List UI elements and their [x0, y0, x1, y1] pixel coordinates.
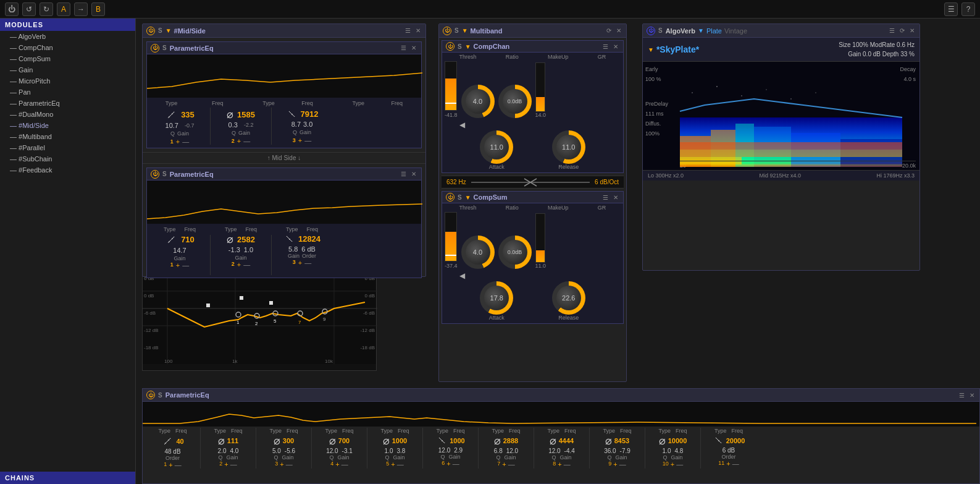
algoverb-triangle-btn[interactable]: ▼: [698, 27, 704, 34]
sidebar-item-compsum[interactable]: — CompSum: [0, 53, 135, 64]
algoverb-refresh-btn[interactable]: ⟳: [898, 27, 906, 34]
eq2-minus-2[interactable]: —: [243, 261, 250, 268]
compchan-s-btn[interactable]: S: [457, 43, 463, 50]
bottom-add-1[interactable]: +: [169, 461, 172, 469]
eq1-minus-3[interactable]: —: [304, 137, 311, 144]
eq1-power-btn[interactable]: ⏻: [151, 44, 159, 53]
algoverb-name-triangle[interactable]: ▼: [648, 46, 654, 53]
compsum-menu-btn[interactable]: ☰: [601, 194, 609, 201]
redo-icon[interactable]: ↻: [40, 2, 53, 16]
bottom-menu-btn[interactable]: ☰: [958, 392, 966, 399]
compsum-ratio-ring[interactable]: 4.0: [461, 236, 495, 269]
bottom-add-11[interactable]: +: [726, 460, 730, 467]
bottom-minus-5[interactable]: —: [397, 461, 404, 468]
sidebar-item-multiband[interactable]: — #Multiband: [0, 131, 135, 142]
eq2-minus-1[interactable]: —: [182, 261, 189, 269]
compsum-makeup-ring[interactable]: 0.0dB: [498, 236, 532, 269]
undo-icon[interactable]: ↺: [22, 2, 36, 16]
sidebar-item-algoverb[interactable]: — AlgoVerb: [0, 31, 135, 42]
compchan-triangle-btn[interactable]: ▼: [465, 43, 471, 50]
sidebar-item-parametriceq[interactable]: — ParametricEq: [0, 98, 135, 109]
bottom-add-7[interactable]: +: [502, 461, 506, 468]
algoverb-power-btn[interactable]: ⏻: [647, 27, 655, 35]
sidebar-item-compchan[interactable]: — CompChan: [0, 42, 135, 53]
multiband-power-btn[interactable]: ⏻: [443, 27, 451, 35]
sidebar-item-midside[interactable]: — #Mid/Side: [0, 120, 135, 131]
eq2-close-btn[interactable]: ✕: [410, 171, 417, 177]
eq1-s-btn[interactable]: S: [162, 45, 167, 51]
midside-power-btn[interactable]: ⏻: [146, 27, 155, 35]
sidebar-item-gain[interactable]: — Gain: [0, 64, 135, 75]
eq-dot[interactable]: [206, 304, 210, 307]
sidebar-item-parallel[interactable]: — #Parallel: [0, 142, 135, 153]
bottom-add-4[interactable]: +: [335, 461, 339, 468]
compsum-power-btn[interactable]: ⏻: [446, 193, 454, 202]
bottom-add-3[interactable]: +: [280, 461, 283, 468]
eq2-minus-3[interactable]: —: [304, 259, 311, 266]
bottom-minus-9[interactable]: —: [619, 461, 626, 468]
bottom-minus-10[interactable]: —: [676, 461, 683, 468]
sidebar-item-pan[interactable]: — Pan: [0, 87, 135, 98]
eq-dot-2[interactable]: [240, 296, 243, 300]
eq2-add-3[interactable]: +: [298, 259, 302, 266]
sidebar-item-subchain[interactable]: — #SubChain: [0, 153, 135, 164]
eq1-menu-btn[interactable]: ☰: [400, 45, 408, 51]
algoverb-menu-btn[interactable]: ☰: [888, 27, 896, 34]
eq2-add-2[interactable]: +: [237, 261, 241, 268]
midside-triangle-btn[interactable]: ▼: [165, 27, 172, 34]
compchan-ratio-ring[interactable]: 4.0: [461, 85, 495, 118]
compsum-release-ring[interactable]: 22.6: [552, 281, 585, 315]
bottom-add-6[interactable]: +: [446, 460, 450, 467]
bottom-add-5[interactable]: +: [391, 461, 395, 468]
sidebar-item-feedback[interactable]: — #Feedback: [0, 164, 135, 176]
compsum-attack-ring[interactable]: 17.8: [480, 281, 513, 315]
label-b-icon[interactable]: B: [91, 2, 105, 16]
menu-icon[interactable]: ☰: [944, 2, 958, 16]
compsum-triangle-btn[interactable]: ▼: [465, 194, 471, 201]
midside-menu-btn[interactable]: ☰: [404, 27, 412, 34]
bottom-add-9[interactable]: +: [613, 461, 617, 468]
eq2-menu-btn[interactable]: ☰: [400, 171, 408, 177]
bottom-power-btn[interactable]: ⏻: [146, 391, 155, 399]
compchan-power-btn[interactable]: ⏻: [446, 42, 454, 51]
compchan-close-btn[interactable]: ✕: [612, 43, 619, 50]
eq1-minus-2[interactable]: —: [243, 137, 250, 145]
bottom-s-btn[interactable]: S: [157, 392, 163, 399]
eq1-minus-1[interactable]: —: [182, 138, 189, 145]
eq1-add-3[interactable]: +: [298, 137, 302, 144]
bottom-minus-3[interactable]: —: [286, 461, 293, 468]
compchan-release-ring[interactable]: 11.0: [552, 130, 585, 164]
compchan-attack-ring[interactable]: 11.0: [480, 130, 513, 164]
bottom-minus-6[interactable]: —: [453, 460, 459, 467]
bottom-minus-8[interactable]: —: [564, 461, 571, 468]
bottom-add-2[interactable]: +: [224, 461, 228, 468]
compsum-close-btn[interactable]: ✕: [612, 194, 619, 201]
eq2-power-btn[interactable]: ⏻: [151, 170, 159, 179]
multiband-close-btn[interactable]: ✕: [615, 27, 622, 34]
label-a-icon[interactable]: A: [57, 2, 70, 16]
compsum-s-btn[interactable]: S: [457, 194, 463, 201]
sidebar-item-dualmono[interactable]: — #DualMono: [0, 109, 135, 120]
algoverb-close-btn[interactable]: ✕: [908, 27, 916, 34]
bottom-minus-11[interactable]: —: [732, 460, 739, 467]
power-icon[interactable]: ⏻: [5, 2, 19, 16]
midside-close-btn[interactable]: ✕: [414, 27, 422, 34]
bottom-minus-1[interactable]: —: [175, 461, 182, 469]
compchan-makeup-ring[interactable]: 0.0dB: [498, 85, 532, 118]
eq-dot-3[interactable]: [269, 301, 273, 305]
multiband-refresh-btn[interactable]: ⟳: [605, 27, 613, 34]
help-icon[interactable]: ?: [961, 2, 975, 16]
eq1-close-btn[interactable]: ✕: [410, 45, 417, 51]
multiband-triangle-btn[interactable]: ▼: [462, 27, 468, 34]
eq1-add-1[interactable]: +: [176, 138, 180, 145]
eq2-add-1[interactable]: +: [176, 261, 180, 269]
eq-point-1[interactable]: [236, 312, 241, 317]
bottom-add-8[interactable]: +: [558, 461, 561, 468]
bottom-minus-7[interactable]: —: [508, 461, 515, 468]
bottom-close-btn[interactable]: ✕: [968, 392, 976, 399]
midside-s-btn[interactable]: S: [157, 27, 163, 34]
eq1-add-2[interactable]: +: [237, 137, 241, 145]
bottom-add-10[interactable]: +: [671, 461, 674, 468]
bottom-minus-4[interactable]: —: [341, 461, 348, 468]
multiband-s-btn[interactable]: S: [454, 27, 459, 34]
